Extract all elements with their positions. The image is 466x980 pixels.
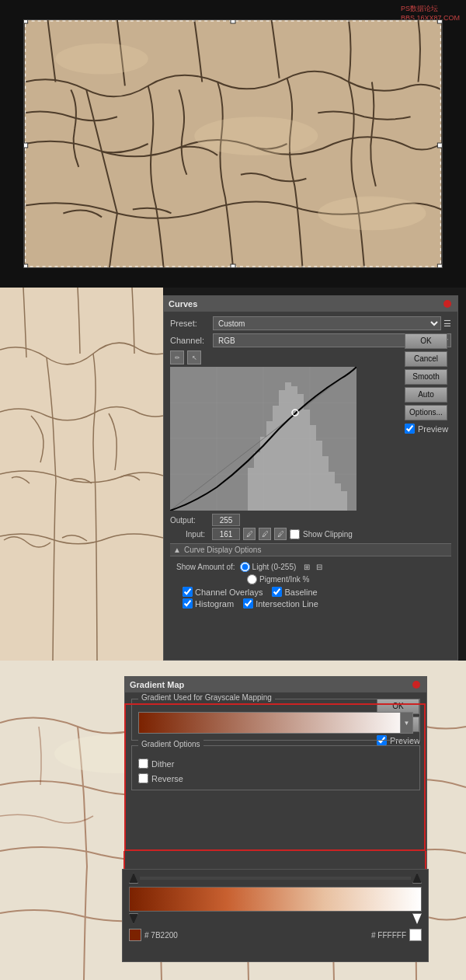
svg-rect-6 xyxy=(231,20,235,23)
gradient-options-section: Gradient Options Dither Reverse xyxy=(131,745,420,790)
histogram-checkbox[interactable] xyxy=(183,598,193,609)
intersection-label: Intersection Line xyxy=(243,598,318,609)
channel-overlays-label: Channel Overlays xyxy=(183,587,263,597)
curves-auto-button[interactable]: Auto xyxy=(405,387,447,403)
svg-rect-33 xyxy=(316,441,322,511)
show-checkbox-row-1: Channel Overlays Baseline xyxy=(183,587,445,597)
svg-rect-22 xyxy=(248,468,254,511)
display-options-section: ▲ Curve Display Options Show Amount of: … xyxy=(170,543,451,612)
gradient-colors-row: # 7B2200 # FFFFFF xyxy=(123,926,428,944)
svg-rect-37 xyxy=(341,491,347,511)
pigment-radio-option: Pigment/Ink % xyxy=(247,574,309,584)
display-options-title: Curve Display Options xyxy=(184,546,261,554)
curves-preset-select[interactable]: Custom xyxy=(213,316,441,330)
svg-point-1 xyxy=(55,44,148,75)
curves-input-input[interactable] xyxy=(212,528,240,540)
display-options-header: ▲ Curve Display Options xyxy=(170,543,451,556)
cracked-earth-svg-left xyxy=(0,288,163,661)
dither-label: Dither xyxy=(151,759,174,769)
gradient-stop-top-right[interactable] xyxy=(412,873,422,884)
gradient-full-bar[interactable] xyxy=(129,887,422,912)
show-checkbox-row-2: Histogram Intersection Line xyxy=(183,598,445,609)
pigment-option-label: Pigment/Ink % xyxy=(259,575,309,584)
curves-preset-menu-icon[interactable]: ☰ xyxy=(443,319,451,329)
intersection-text: Intersection Line xyxy=(256,599,318,609)
bottom-section: Gradient Map OK Cancel Preview Gradient … xyxy=(0,661,466,980)
curves-preview-row: Preview xyxy=(405,424,451,434)
pigment-row: Pigment/Ink % xyxy=(176,574,445,584)
curves-output-input[interactable] xyxy=(212,514,240,526)
top-image-area: PS数据论坛 BBS.16XX87.COM xyxy=(0,0,466,288)
grid-icon-1[interactable]: ⊞ xyxy=(304,563,310,571)
curves-btn-column: OK Cancel Smooth Auto Options... Preview xyxy=(405,333,451,434)
eyedropper-black-icon[interactable]: 🖊 xyxy=(243,528,256,540)
svg-rect-10 xyxy=(24,264,28,267)
curves-output-label: Output: xyxy=(170,516,209,525)
channel-overlays-text: Channel Overlays xyxy=(195,588,263,597)
curves-dialog-title: Curves xyxy=(169,299,197,309)
gradient-bottom-handles-row xyxy=(123,912,428,926)
light-option-label: Light (0-255) xyxy=(252,563,297,571)
curves-graph[interactable] xyxy=(170,367,356,511)
curves-smooth-button[interactable]: Smooth xyxy=(405,369,447,385)
display-options-body: Show Amount of: Light (0-255) ⊞ ⊟ Pigmen… xyxy=(170,556,451,612)
svg-rect-29 xyxy=(291,386,297,511)
curves-pencil-icon[interactable]: ✏ xyxy=(170,350,184,364)
histogram-label: Histogram xyxy=(183,598,234,609)
eyedropper-grey-icon[interactable]: 🖊 xyxy=(259,528,271,540)
svg-rect-27 xyxy=(279,390,285,511)
svg-rect-14 xyxy=(0,288,163,661)
curves-preview-checkbox[interactable] xyxy=(405,424,415,434)
gradient-dropdown-arrow[interactable]: ▼ xyxy=(400,713,412,733)
curves-preset-row: Preset: Custom ☰ xyxy=(170,316,451,330)
curves-cancel-button[interactable]: Cancel xyxy=(405,351,447,367)
grid-icon-2[interactable]: ⊟ xyxy=(316,563,322,571)
gradient-stop-bottom-right[interactable] xyxy=(412,913,422,924)
gradient-preview-container: ▼ xyxy=(138,712,413,734)
curves-ok-button[interactable]: OK xyxy=(405,333,447,349)
gradient-map-close-dot xyxy=(412,681,420,689)
show-clipping-label: Show Clipping xyxy=(303,530,353,539)
light-radio[interactable] xyxy=(240,562,250,572)
gradient-stop-bottom-left[interactable] xyxy=(129,913,138,924)
eyedropper-white-icon[interactable]: 🖊 xyxy=(274,528,287,540)
gradient-top-spacer xyxy=(140,877,411,880)
svg-rect-36 xyxy=(335,483,341,511)
curves-channel-label: Channel: xyxy=(170,336,213,345)
show-checkboxes: Channel Overlays Baseline Histogram xyxy=(183,587,445,609)
curves-close-dot xyxy=(443,300,451,308)
svg-rect-35 xyxy=(329,472,335,511)
svg-rect-31 xyxy=(304,410,310,511)
gradient-stop-top-left[interactable] xyxy=(129,873,138,884)
show-amount-row: Show Amount of: Light (0-255) ⊞ ⊟ xyxy=(176,562,445,572)
baseline-checkbox[interactable] xyxy=(272,587,282,597)
display-options-expand-icon[interactable]: ▲ xyxy=(173,546,181,554)
curves-graph-container xyxy=(170,367,356,511)
reverse-option: Reverse xyxy=(138,773,413,783)
baseline-text: Baseline xyxy=(284,588,317,597)
svg-rect-8 xyxy=(24,143,28,148)
reverse-checkbox[interactable] xyxy=(138,773,148,783)
svg-rect-11 xyxy=(231,264,235,267)
gradient-right-swatch[interactable] xyxy=(409,929,422,941)
curves-pointer-icon[interactable]: ↖ xyxy=(187,350,201,364)
pigment-radio[interactable] xyxy=(247,574,257,584)
gradient-left-swatch[interactable] xyxy=(129,929,141,941)
intersection-checkbox[interactable] xyxy=(243,598,253,609)
gradient-right-color: # FFFFFF xyxy=(371,929,422,941)
baseline-label: Baseline xyxy=(272,587,317,597)
left-image-area xyxy=(0,288,163,661)
gradient-used-section: Gradient Used for Grayscale Mapping ▼ xyxy=(131,699,420,741)
dither-checkbox[interactable] xyxy=(138,759,148,769)
curves-input-row: Input: 🖊 🖊 🖊 Show Clipping xyxy=(170,528,451,540)
gradient-options-body: Dither Reverse xyxy=(138,759,413,783)
channel-overlays-checkbox[interactable] xyxy=(183,587,193,597)
svg-rect-5 xyxy=(24,20,28,23)
curves-options-button[interactable]: Options... xyxy=(405,405,447,420)
gradient-map-dialog: Gradient Map OK Cancel Preview Gradient … xyxy=(124,676,427,878)
gradient-preview-bar[interactable]: ▼ xyxy=(138,712,413,734)
show-amount-label: Show Amount of: xyxy=(176,563,235,571)
curves-input-label: Input: xyxy=(170,530,209,539)
show-clipping-checkbox[interactable] xyxy=(290,529,300,539)
svg-rect-7 xyxy=(437,20,442,23)
